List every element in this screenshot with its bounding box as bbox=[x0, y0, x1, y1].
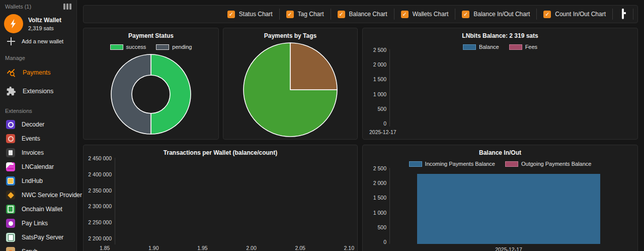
checkbox-checked-icon[interactable]: ✓ bbox=[286, 11, 294, 18]
y-axis-line bbox=[115, 158, 115, 244]
toolbar-checkbox-count-inout-chart[interactable]: ✓ Count In/Out Chart bbox=[543, 11, 606, 18]
satspay-server-icon bbox=[6, 233, 15, 242]
manage-section-header: Manage bbox=[0, 45, 76, 61]
sidebar-extension-lncalendar[interactable]: LNCalendar bbox=[0, 160, 76, 174]
toolbar-divider bbox=[331, 9, 331, 20]
legend-item-fees[interactable]: Fees bbox=[509, 44, 537, 50]
lndhub-icon bbox=[6, 176, 15, 185]
y-axis-line bbox=[389, 168, 390, 244]
onchain-wallet-icon bbox=[6, 205, 15, 214]
checkbox-checked-icon[interactable]: ✓ bbox=[227, 11, 235, 18]
sidebar-extension-pay-links[interactable]: Pay Links bbox=[0, 216, 76, 230]
toolbar-divider bbox=[279, 9, 280, 20]
wallet-name: Voltz Wallet bbox=[28, 17, 61, 24]
sidebar-extension-events[interactable]: Events bbox=[0, 132, 76, 146]
sidebar-extension-satspay-server[interactable]: SatsPay Server bbox=[0, 230, 76, 244]
payment-status-card: Payment Status success pending bbox=[83, 28, 219, 140]
sidebar-extension-invoices[interactable]: Invoices bbox=[0, 146, 76, 160]
pending-swatch bbox=[156, 44, 169, 50]
balance-swatch bbox=[463, 44, 476, 50]
wallet-balance: 2,319 sats bbox=[28, 25, 61, 31]
sidebar-item-payments[interactable]: Payments bbox=[0, 65, 76, 80]
toolbar-divider bbox=[536, 9, 537, 20]
lnbits-balance-card: LNbits Balance: 2 319 sats Balance Fees … bbox=[362, 28, 638, 140]
payment-status-donut-chart[interactable] bbox=[84, 53, 218, 135]
balance-inout-title: Balance In/Out bbox=[363, 145, 637, 156]
sidebar-extension-lndhub[interactable]: LndHub bbox=[0, 174, 76, 188]
payments-by-tags-pie-chart[interactable] bbox=[223, 42, 357, 138]
legend-item-outgoing[interactable]: Outgoing Payments Balance bbox=[505, 161, 591, 167]
toolbar-checkbox-wallets-chart[interactable]: ✓ Wallets Chart bbox=[401, 11, 449, 18]
lncalendar-icon bbox=[6, 162, 15, 171]
toolbar-checkbox-balance-chart[interactable]: ✓ Balance Chart bbox=[338, 11, 387, 18]
decoder-icon bbox=[6, 120, 15, 129]
toolbar-checkbox-status-chart[interactable]: ✓ Status Chart bbox=[227, 11, 273, 18]
transactions-per-wallet-title: Transactions per Wallet (balance/count) bbox=[84, 145, 357, 156]
view-columns-icon[interactable] bbox=[63, 4, 71, 10]
checkbox-checked-icon[interactable]: ✓ bbox=[338, 11, 345, 18]
sidebar-extension-decoder[interactable]: Decoder bbox=[0, 117, 76, 132]
sidebar-extension-nwc-service-provider[interactable]: NWC Service Provider bbox=[0, 188, 76, 202]
sidebar-header: Wallets (1) bbox=[0, 0, 76, 10]
scrub-icon bbox=[6, 247, 15, 251]
payments-chart-icon bbox=[6, 68, 16, 78]
lnbits-balance-title: LNbits Balance: 2 319 sats bbox=[363, 28, 637, 39]
lnbits-balance-legend: Balance Fees bbox=[363, 44, 637, 50]
lightning-bolt-icon bbox=[8, 18, 19, 29]
checkbox-checked-icon[interactable]: ✓ bbox=[543, 11, 551, 18]
extensions-section-header: Extensions bbox=[0, 98, 76, 114]
success-swatch bbox=[110, 44, 123, 50]
payment-status-title: Payment Status bbox=[84, 28, 218, 39]
sidebar: Wallets (1) Voltz Wallet 2,319 sats Add … bbox=[0, 0, 77, 251]
toolbar-divider bbox=[394, 9, 394, 20]
extensions-list: Decoder Events Invoices LNCalendar LndHu… bbox=[0, 117, 76, 251]
balance-inout-y-axis: 2 500 2 000 1 500 1 000 500 0 bbox=[368, 165, 386, 245]
puzzle-icon bbox=[6, 86, 16, 96]
legend-item-balance[interactable]: Balance bbox=[463, 44, 499, 50]
transactions-per-wallet-card: Transactions per Wallet (balance/count) … bbox=[83, 145, 358, 251]
payment-status-legend: success pending bbox=[84, 44, 218, 50]
toolbar-divider bbox=[612, 9, 613, 20]
chart-toggle-toolbar: ✓ Status Chart ✓ Tag Chart ✓ Balance Cha… bbox=[83, 5, 638, 23]
balance-inout-x-tick: 2025-12-17 bbox=[417, 246, 600, 251]
lnbits-balance-y-axis: 2 500 2 000 1 500 1 000 500 0 bbox=[368, 47, 386, 127]
plus-icon bbox=[7, 37, 15, 45]
incoming-payments-bar[interactable] bbox=[417, 174, 600, 244]
legend-item-incoming[interactable]: Incoming Payments Balance bbox=[409, 161, 495, 167]
balance-inout-legend: Incoming Payments Balance Outgoing Payme… bbox=[363, 161, 637, 167]
outgoing-swatch bbox=[505, 161, 518, 167]
fees-swatch bbox=[509, 44, 522, 50]
payments-by-tags-card: Payments by Tags bbox=[223, 28, 358, 140]
invoices-icon bbox=[6, 148, 15, 157]
balance-inout-card: Balance In/Out Incoming Payments Balance… bbox=[362, 145, 638, 251]
toolbar-divider bbox=[455, 9, 455, 20]
wallets-header: Wallets (1) bbox=[5, 4, 31, 10]
add-wallet-button[interactable]: Add a new wallet bbox=[0, 33, 76, 45]
y-axis-line bbox=[389, 49, 390, 127]
checkbox-checked-icon[interactable]: ✓ bbox=[401, 11, 409, 18]
legend-item-pending[interactable]: pending bbox=[156, 44, 192, 50]
date-range-button[interactable] bbox=[622, 10, 624, 19]
sidebar-extension-onchain-wallet[interactable]: Onchain Wallet bbox=[0, 202, 76, 216]
events-icon bbox=[6, 134, 15, 143]
transactions-per-wallet-x-axis: 1.85 1.90 1.95 2.00 2.05 2.10 bbox=[100, 245, 354, 251]
calendar-icon bbox=[622, 9, 624, 19]
sidebar-extension-scrub[interactable]: Scrub bbox=[0, 244, 76, 251]
toolbar-divider bbox=[633, 9, 633, 20]
nwc-icon bbox=[6, 191, 15, 200]
pay-links-icon bbox=[6, 219, 15, 228]
wallet-avatar bbox=[4, 14, 23, 33]
sidebar-item-extensions[interactable]: Extensions bbox=[0, 84, 76, 98]
lnbits-balance-x-tick: 2025-12-17 bbox=[369, 129, 396, 135]
checkbox-checked-icon[interactable]: ✓ bbox=[462, 11, 469, 18]
wallet-item[interactable]: Voltz Wallet 2,319 sats bbox=[0, 10, 76, 33]
toolbar-checkbox-balance-inout-chart[interactable]: ✓ Balance In/Out Chart bbox=[462, 11, 530, 18]
transactions-per-wallet-y-axis: 2 450 000 2 400 000 2 350 000 2 300 000 … bbox=[88, 155, 112, 241]
payments-by-tags-title: Payments by Tags bbox=[223, 28, 357, 39]
incoming-swatch bbox=[409, 161, 422, 167]
legend-item-success[interactable]: success bbox=[110, 44, 146, 50]
toolbar-checkbox-tag-chart[interactable]: ✓ Tag Chart bbox=[286, 11, 324, 18]
